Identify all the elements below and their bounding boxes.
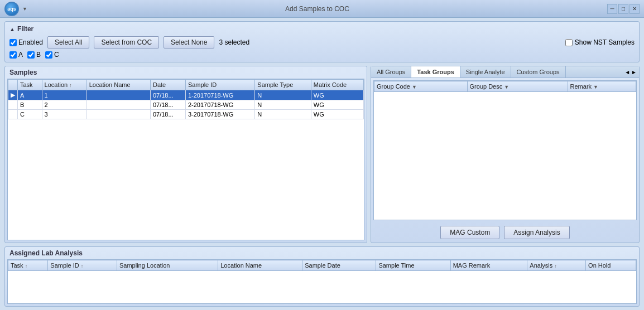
row-location: 3 (42, 110, 86, 119)
row-task: C (18, 110, 42, 119)
assigned-header-row: Task ↑ Sample ID ↑ Sampling Location Loc… (8, 260, 636, 271)
row-arrow (8, 100, 18, 110)
col-date[interactable]: Date (150, 80, 185, 90)
filter-row: Enabled Select All Select from COC Selec… (9, 36, 635, 49)
table-row[interactable]: B 2 07/18... 2-20170718-WG N WG (8, 100, 364, 110)
row-sample-id: 1-20170718-WG (185, 90, 254, 100)
window-controls: ─ □ ✕ (607, 4, 640, 14)
col-a-sample-time[interactable]: Sample Time (376, 260, 450, 271)
enabled-checkbox[interactable] (9, 39, 17, 46)
col-a-location-name[interactable]: Location Name (218, 260, 302, 271)
row-matrix-code: WG (311, 100, 363, 110)
mag-custom-button[interactable]: MAG Custom (440, 226, 499, 239)
show-nst-container: Show NST Samples (565, 38, 635, 46)
col-matrix-code[interactable]: Matrix Code (311, 80, 363, 90)
col-a-on-hold[interactable]: On Hold (586, 260, 636, 271)
col-a-sample-id[interactable]: Sample ID ↑ (48, 260, 117, 271)
row-date: 07/18... (150, 110, 185, 119)
row-matrix-code: WG (311, 110, 363, 119)
tab-nav: ◄ ► (622, 66, 639, 78)
checkbox-b[interactable] (27, 51, 35, 59)
assigned-table: Task ↑ Sample ID ↑ Sampling Location Loc… (8, 260, 636, 271)
row-location-name (86, 90, 150, 100)
samples-table-container[interactable]: Task Location ↑ Location Name Date Sampl… (7, 79, 364, 240)
col-a-analysis[interactable]: Analysis ↑ (527, 260, 586, 271)
col-a-task[interactable]: Task ↑ (8, 260, 48, 271)
filter-section: ▲ Filter Enabled Select All Select from … (4, 21, 640, 62)
row-date: 07/18... (150, 90, 185, 100)
row-location: 2 (42, 100, 86, 110)
table-row[interactable]: C 3 07/18... 3-20170718-WG N WG (8, 110, 364, 119)
filter-collapse-icon[interactable]: ▲ (9, 26, 15, 32)
window-title: Add Samples to COC (285, 5, 349, 13)
checkbox-a[interactable] (9, 51, 17, 59)
assigned-lab-title: Assigned Lab Analysis (5, 247, 639, 259)
assigned-table-container[interactable]: Task ↑ Sample ID ↑ Sampling Location Loc… (7, 259, 637, 304)
col-group-code[interactable]: Group Code ▼ (374, 81, 468, 92)
logo-text: aqs (7, 6, 16, 12)
filter-label: Filter (17, 25, 33, 33)
row-task: A (18, 90, 42, 100)
app-logo: aqs (4, 2, 19, 16)
select-from-coc-button[interactable]: Select from COC (94, 36, 159, 49)
row-sample-type: N (255, 100, 311, 110)
samples-title: Samples (5, 66, 367, 79)
col-sample-id[interactable]: Sample ID (185, 80, 254, 90)
label-c: C (54, 51, 59, 59)
tab-single-analyte[interactable]: Single Analyte (460, 66, 511, 78)
select-none-button[interactable]: Select None (164, 36, 214, 49)
restore-button[interactable]: □ (618, 4, 628, 14)
title-bar-left: aqs ▼ (4, 2, 27, 16)
col-remark[interactable]: Remark ▼ (568, 81, 636, 92)
col-task[interactable]: Task (18, 80, 42, 90)
close-button[interactable]: ✕ (629, 4, 640, 14)
mag-buttons-row: MAG Custom Assign Analysis (371, 222, 639, 243)
group-table: Group Code ▼ Group Desc ▼ Remark ▼ (374, 81, 636, 92)
col-a-mag-remark[interactable]: MAG Remark (450, 260, 527, 271)
table-row[interactable]: ▶ A 1 07/18... 1-20170718-WG N WG (8, 90, 364, 100)
checkbox-b-label[interactable]: B (27, 51, 41, 59)
middle-section: Samples Task Location ↑ Location Name Da… (4, 66, 640, 243)
checkbox-a-label[interactable]: A (9, 51, 23, 59)
group-table-container[interactable]: Group Code ▼ Group Desc ▼ Remark ▼ (373, 80, 637, 220)
group-header-row: Group Code ▼ Group Desc ▼ Remark ▼ (374, 81, 636, 92)
row-sample-type: N (255, 110, 311, 119)
quick-access-arrow[interactable]: ▼ (22, 6, 27, 12)
filter-title: ▲ Filter (9, 25, 635, 33)
selected-count: 3 selected (219, 38, 249, 46)
col-group-desc[interactable]: Group Desc ▼ (467, 81, 568, 92)
enabled-checkbox-label[interactable]: Enabled (9, 38, 43, 46)
col-a-sampling-location[interactable]: Sampling Location (117, 260, 218, 271)
col-location-name[interactable]: Location Name (86, 80, 150, 90)
tab-prev[interactable]: ◄ (624, 69, 630, 75)
minimize-button[interactable]: ─ (607, 4, 617, 14)
row-task: B (18, 100, 42, 110)
row-location: 1 (42, 90, 86, 100)
tab-next[interactable]: ► (631, 69, 637, 75)
tabs-row: All Groups Task Groups Single Analyte Cu… (371, 66, 639, 78)
col-location[interactable]: Location ↑ (42, 80, 86, 90)
row-matrix-code: WG (311, 90, 363, 100)
show-nst-label: Show NST Samples (575, 38, 635, 46)
row-arrow (8, 110, 18, 119)
col-a-sample-date[interactable]: Sample Date (302, 260, 376, 271)
row-sample-id: 3-20170718-WG (185, 110, 254, 119)
label-a: A (18, 51, 23, 59)
abc-row: A B C (9, 51, 635, 59)
show-nst-checkbox[interactable] (565, 39, 573, 46)
assigned-lab-section: Assigned Lab Analysis Task ↑ Sample ID ↑… (4, 246, 640, 307)
col-sample-type[interactable]: Sample Type (255, 80, 311, 90)
row-location-name (86, 100, 150, 110)
tab-task-groups[interactable]: Task Groups (411, 66, 460, 78)
samples-header-row: Task Location ↑ Location Name Date Sampl… (8, 80, 364, 90)
right-panel: All Groups Task Groups Single Analyte Cu… (371, 66, 640, 243)
checkbox-c[interactable] (45, 51, 52, 59)
col-arrow (8, 80, 18, 90)
row-sample-id: 2-20170718-WG (185, 100, 254, 110)
tab-custom-groups[interactable]: Custom Groups (511, 66, 566, 78)
select-all-button[interactable]: Select All (47, 36, 89, 49)
row-date: 07/18... (150, 100, 185, 110)
checkbox-c-label[interactable]: C (45, 51, 59, 59)
assign-analysis-button[interactable]: Assign Analysis (504, 226, 569, 239)
tab-all-groups[interactable]: All Groups (371, 66, 411, 78)
